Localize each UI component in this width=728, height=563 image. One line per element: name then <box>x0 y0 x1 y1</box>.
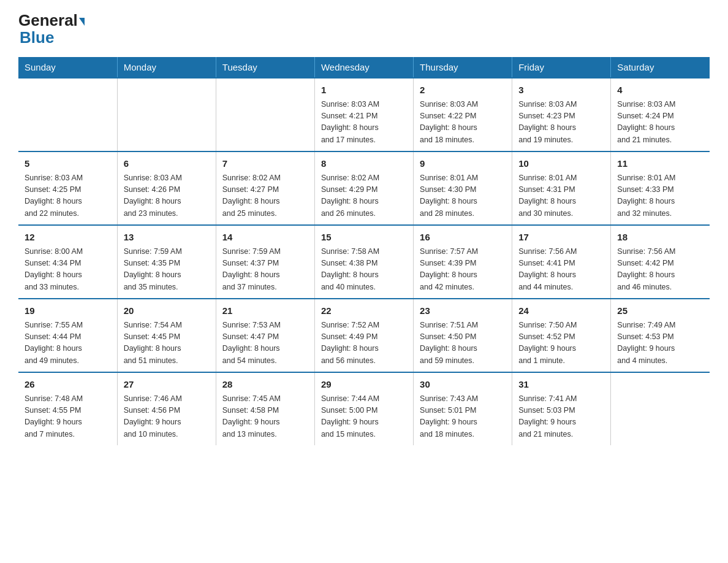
day-number: 14 <box>222 231 308 245</box>
day-number: 15 <box>321 231 407 245</box>
day-info: Sunrise: 7:55 AMSunset: 4:44 PMDaylight:… <box>25 320 111 367</box>
calendar-day-12: 12Sunrise: 8:00 AMSunset: 4:34 PMDayligh… <box>18 225 117 299</box>
day-info: Sunrise: 7:41 AMSunset: 5:03 PMDaylight:… <box>518 393 604 441</box>
calendar-day-6: 6Sunrise: 8:03 AMSunset: 4:26 PMDaylight… <box>117 151 216 225</box>
day-number: 29 <box>321 378 407 392</box>
day-number: 2 <box>420 83 506 98</box>
calendar-empty-cell <box>216 78 314 151</box>
calendar-day-30: 30Sunrise: 7:43 AMSunset: 5:01 PMDayligh… <box>414 372 512 445</box>
day-info: Sunrise: 8:03 AMSunset: 4:23 PMDaylight:… <box>518 99 604 147</box>
calendar-header-row: SundayMondayTuesdayWednesdayThursdayFrid… <box>18 57 710 78</box>
day-number: 10 <box>518 157 604 171</box>
calendar-day-26: 26Sunrise: 7:48 AMSunset: 4:55 PMDayligh… <box>18 372 117 445</box>
day-info: Sunrise: 8:03 AMSunset: 4:25 PMDaylight:… <box>25 172 111 220</box>
day-info: Sunrise: 7:43 AMSunset: 5:01 PMDaylight:… <box>420 393 506 441</box>
day-info: Sunrise: 7:49 AMSunset: 4:53 PMDaylight:… <box>617 320 703 367</box>
day-info: Sunrise: 7:59 AMSunset: 4:37 PMDaylight:… <box>222 246 308 294</box>
day-info: Sunrise: 7:53 AMSunset: 4:47 PMDaylight:… <box>222 320 308 367</box>
day-info: Sunrise: 7:45 AMSunset: 4:58 PMDaylight:… <box>222 393 308 441</box>
day-number: 7 <box>222 157 308 171</box>
day-number: 12 <box>25 231 111 245</box>
calendar-day-1: 1Sunrise: 8:03 AMSunset: 4:21 PMDaylight… <box>314 78 413 151</box>
day-info: Sunrise: 8:03 AMSunset: 4:24 PMDaylight:… <box>617 99 703 147</box>
calendar-table: SundayMondayTuesdayWednesdayThursdayFrid… <box>18 57 710 445</box>
day-info: Sunrise: 8:01 AMSunset: 4:33 PMDaylight:… <box>617 172 703 220</box>
day-info: Sunrise: 7:59 AMSunset: 4:35 PMDaylight:… <box>124 246 210 294</box>
weekday-header-sunday: Sunday <box>18 57 117 78</box>
calendar-week-row: 12Sunrise: 8:00 AMSunset: 4:34 PMDayligh… <box>18 225 710 299</box>
calendar-day-31: 31Sunrise: 7:41 AMSunset: 5:03 PMDayligh… <box>512 372 611 445</box>
day-number: 11 <box>617 157 703 171</box>
calendar-day-22: 22Sunrise: 7:52 AMSunset: 4:49 PMDayligh… <box>314 299 413 372</box>
calendar-day-4: 4Sunrise: 8:03 AMSunset: 4:24 PMDaylight… <box>611 78 710 151</box>
day-number: 6 <box>124 157 210 171</box>
day-number: 19 <box>25 304 111 318</box>
day-number: 22 <box>321 304 407 318</box>
day-number: 26 <box>25 378 111 392</box>
day-info: Sunrise: 7:48 AMSunset: 4:55 PMDaylight:… <box>25 393 111 441</box>
calendar-day-23: 23Sunrise: 7:51 AMSunset: 4:50 PMDayligh… <box>414 299 512 372</box>
day-info: Sunrise: 8:00 AMSunset: 4:34 PMDaylight:… <box>25 246 111 294</box>
day-number: 1 <box>321 83 407 98</box>
logo: General Blue <box>18 12 85 47</box>
day-number: 23 <box>420 304 506 318</box>
weekday-header-tuesday: Tuesday <box>216 57 314 78</box>
logo-text-sub: Blue <box>20 28 54 47</box>
day-info: Sunrise: 8:02 AMSunset: 4:29 PMDaylight:… <box>321 172 407 220</box>
day-number: 3 <box>518 83 604 98</box>
day-number: 4 <box>617 83 703 98</box>
calendar-week-row: 1Sunrise: 8:03 AMSunset: 4:21 PMDaylight… <box>18 78 710 151</box>
weekday-header-friday: Friday <box>512 57 611 78</box>
calendar-day-14: 14Sunrise: 7:59 AMSunset: 4:37 PMDayligh… <box>216 225 314 299</box>
calendar-day-8: 8Sunrise: 8:02 AMSunset: 4:29 PMDaylight… <box>314 151 413 225</box>
calendar-day-9: 9Sunrise: 8:01 AMSunset: 4:30 PMDaylight… <box>414 151 512 225</box>
calendar-day-3: 3Sunrise: 8:03 AMSunset: 4:23 PMDaylight… <box>512 78 611 151</box>
day-number: 20 <box>124 304 210 318</box>
day-number: 31 <box>518 378 604 392</box>
day-number: 13 <box>124 231 210 245</box>
calendar-day-17: 17Sunrise: 7:56 AMSunset: 4:41 PMDayligh… <box>512 225 611 299</box>
day-info: Sunrise: 7:56 AMSunset: 4:42 PMDaylight:… <box>617 246 703 294</box>
calendar-day-11: 11Sunrise: 8:01 AMSunset: 4:33 PMDayligh… <box>611 151 710 225</box>
day-number: 8 <box>321 157 407 171</box>
calendar-day-20: 20Sunrise: 7:54 AMSunset: 4:45 PMDayligh… <box>117 299 216 372</box>
calendar-day-7: 7Sunrise: 8:02 AMSunset: 4:27 PMDaylight… <box>216 151 314 225</box>
calendar-day-16: 16Sunrise: 7:57 AMSunset: 4:39 PMDayligh… <box>414 225 512 299</box>
weekday-header-saturday: Saturday <box>611 57 710 78</box>
day-info: Sunrise: 8:02 AMSunset: 4:27 PMDaylight:… <box>222 172 308 220</box>
calendar-day-13: 13Sunrise: 7:59 AMSunset: 4:35 PMDayligh… <box>117 225 216 299</box>
weekday-header-monday: Monday <box>117 57 216 78</box>
calendar-empty-cell <box>117 78 216 151</box>
calendar-week-row: 5Sunrise: 8:03 AMSunset: 4:25 PMDaylight… <box>18 151 710 225</box>
day-number: 25 <box>617 304 703 318</box>
day-number: 21 <box>222 304 308 318</box>
calendar-day-29: 29Sunrise: 7:44 AMSunset: 5:00 PMDayligh… <box>314 372 413 445</box>
calendar-day-18: 18Sunrise: 7:56 AMSunset: 4:42 PMDayligh… <box>611 225 710 299</box>
day-info: Sunrise: 7:52 AMSunset: 4:49 PMDaylight:… <box>321 320 407 367</box>
day-info: Sunrise: 8:03 AMSunset: 4:22 PMDaylight:… <box>420 99 506 147</box>
day-info: Sunrise: 7:44 AMSunset: 5:00 PMDaylight:… <box>321 393 407 441</box>
day-info: Sunrise: 7:46 AMSunset: 4:56 PMDaylight:… <box>124 393 210 441</box>
page-header: General Blue <box>18 12 710 47</box>
day-info: Sunrise: 7:57 AMSunset: 4:39 PMDaylight:… <box>420 246 506 294</box>
calendar-day-2: 2Sunrise: 8:03 AMSunset: 4:22 PMDaylight… <box>414 78 512 151</box>
day-number: 28 <box>222 378 308 392</box>
calendar-day-19: 19Sunrise: 7:55 AMSunset: 4:44 PMDayligh… <box>18 299 117 372</box>
calendar-day-24: 24Sunrise: 7:50 AMSunset: 4:52 PMDayligh… <box>512 299 611 372</box>
day-number: 17 <box>518 231 604 245</box>
day-info: Sunrise: 7:58 AMSunset: 4:38 PMDaylight:… <box>321 246 407 294</box>
calendar-week-row: 19Sunrise: 7:55 AMSunset: 4:44 PMDayligh… <box>18 299 710 372</box>
day-number: 24 <box>518 304 604 318</box>
weekday-header-thursday: Thursday <box>414 57 512 78</box>
calendar-day-25: 25Sunrise: 7:49 AMSunset: 4:53 PMDayligh… <box>611 299 710 372</box>
day-info: Sunrise: 7:54 AMSunset: 4:45 PMDaylight:… <box>124 320 210 367</box>
calendar-day-27: 27Sunrise: 7:46 AMSunset: 4:56 PMDayligh… <box>117 372 216 445</box>
day-info: Sunrise: 8:03 AMSunset: 4:21 PMDaylight:… <box>321 99 407 147</box>
calendar-day-5: 5Sunrise: 8:03 AMSunset: 4:25 PMDaylight… <box>18 151 117 225</box>
calendar-day-10: 10Sunrise: 8:01 AMSunset: 4:31 PMDayligh… <box>512 151 611 225</box>
day-number: 30 <box>420 378 506 392</box>
calendar-day-21: 21Sunrise: 7:53 AMSunset: 4:47 PMDayligh… <box>216 299 314 372</box>
day-info: Sunrise: 7:51 AMSunset: 4:50 PMDaylight:… <box>420 320 506 367</box>
day-info: Sunrise: 7:56 AMSunset: 4:41 PMDaylight:… <box>518 246 604 294</box>
day-number: 5 <box>25 157 111 171</box>
